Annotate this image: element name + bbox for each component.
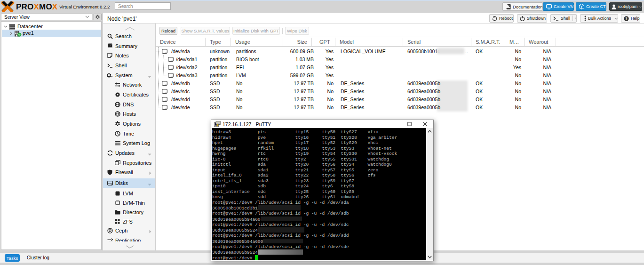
svg-text:PROXMOX: PROXMOX <box>16 2 58 11</box>
svg-text:?: ? <box>625 16 628 21</box>
